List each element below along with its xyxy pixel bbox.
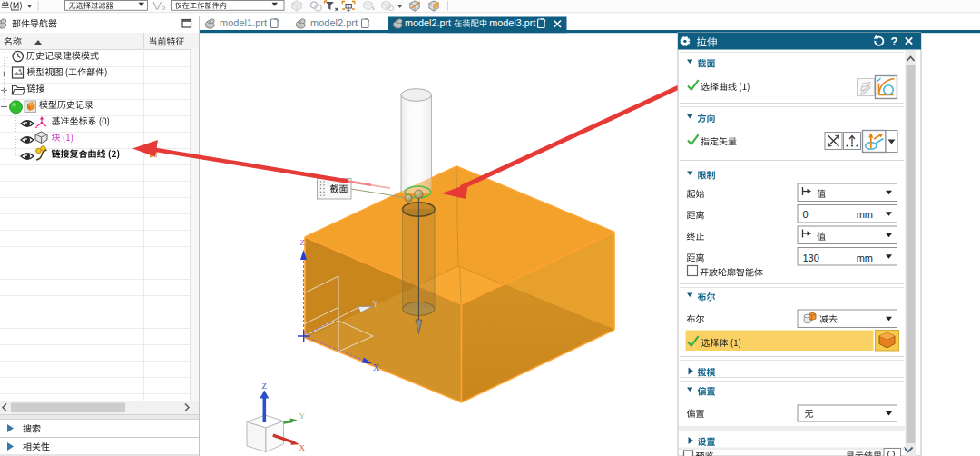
svg-text:model2.prt: model2.prt — [310, 17, 358, 28]
svg-text:model3.prt: model3.prt — [489, 17, 535, 28]
svg-text:X: X — [299, 443, 306, 452]
svg-text:Z: Z — [300, 238, 306, 247]
svg-text:Z: Z — [262, 382, 268, 391]
svg-text:model2.prt: model2.prt — [405, 17, 451, 28]
svg-text:mm: mm — [857, 253, 873, 263]
svg-text:0: 0 — [803, 209, 808, 220]
svg-text:?: ? — [891, 35, 898, 48]
svg-text:mm: mm — [857, 209, 873, 220]
svg-text:model1.prt: model1.prt — [220, 17, 267, 28]
svg-text:130: 130 — [803, 253, 819, 263]
svg-text:X: X — [373, 362, 380, 372]
svg-text:Y: Y — [372, 299, 378, 309]
svg-text:Y: Y — [299, 411, 306, 421]
